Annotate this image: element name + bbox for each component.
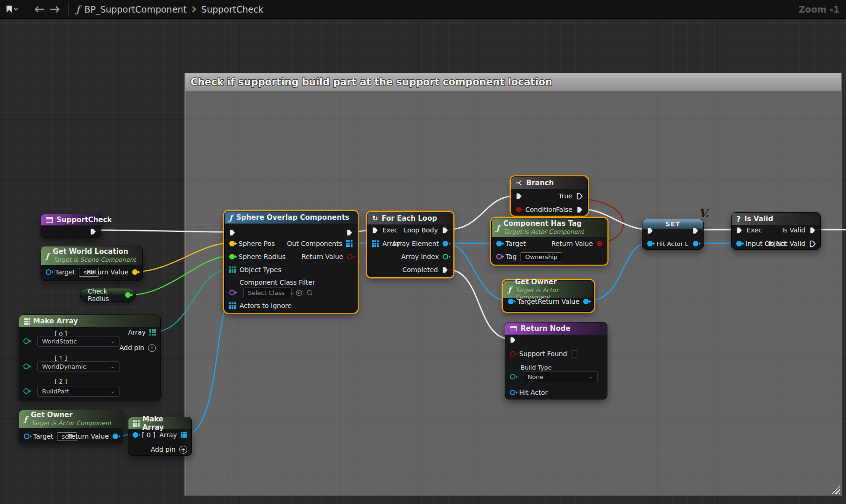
pin-exec-out[interactable] <box>692 224 699 237</box>
target-pin[interactable] <box>46 269 51 275</box>
return-value-pin[interactable] <box>113 434 118 439</box>
element-dropdown[interactable]: WorldStatic⌄ <box>37 336 120 347</box>
element-dropdown[interactable]: WorldDynamic⌄ <box>37 361 120 372</box>
node-title: Component Has Tag <box>503 220 584 228</box>
element-pin[interactable] <box>133 432 138 438</box>
make-array-icon <box>24 318 29 324</box>
tag-pin[interactable] <box>496 254 502 259</box>
select-class-dropdown[interactable]: Select Class⌄ <box>243 287 292 298</box>
node-title: Sphere Overlap Components <box>236 213 349 222</box>
add-pin-button[interactable]: + Add pin <box>151 443 187 456</box>
node-make-array-actors[interactable]: Make Array [ 0 ] Array + Add pin <box>128 417 192 456</box>
blueprint-editor: Check if supporting build part at the su… <box>0 0 846 504</box>
exec-pin-icon[interactable] <box>90 228 97 235</box>
bookmarks-button[interactable] <box>7 6 18 13</box>
node-title: For Each Loop <box>382 214 437 223</box>
pin-exec-out[interactable] <box>90 225 97 238</box>
element-index: [ 2 ] <box>55 378 67 385</box>
is-not-valid-exec-pin[interactable] <box>809 240 816 247</box>
forward-button[interactable] <box>49 6 61 13</box>
array-element-pin[interactable] <box>443 241 448 246</box>
add-pin-icon[interactable]: + <box>179 446 187 454</box>
array-index-pin[interactable] <box>443 254 448 259</box>
element-pin[interactable] <box>23 364 29 369</box>
node-title: Return Node <box>521 324 571 333</box>
element-index: [ 0 ] <box>142 431 155 439</box>
sphere-pos-pin[interactable] <box>229 241 235 246</box>
add-pin-icon[interactable]: + <box>148 344 156 352</box>
build-type-dropdown[interactable]: None⌄ <box>523 371 598 382</box>
target-pin[interactable] <box>496 241 502 246</box>
back-button[interactable] <box>34 6 45 13</box>
node-get-world-location[interactable]: ƒ Get World Location Target is Scene Com… <box>41 246 143 281</box>
value-pin[interactable] <box>125 292 131 298</box>
exec-pin-icon[interactable] <box>736 227 743 234</box>
support-found-pin[interactable] <box>510 351 515 357</box>
set-watermark: V. <box>698 206 709 220</box>
pin-label: Array <box>128 329 146 336</box>
node-get-owner[interactable]: ƒ Get Owner Target is Actor Component Ta… <box>503 280 594 312</box>
wire-completed-returnnode[interactable] <box>447 269 511 339</box>
wire-checkradius-sphereradius[interactable] <box>130 256 229 295</box>
browse-icon[interactable] <box>306 289 313 296</box>
sphere-radius-pin[interactable] <box>229 254 235 259</box>
wire-worldlocation-spherepos[interactable] <box>136 243 229 272</box>
pin-exec-in[interactable] <box>515 189 522 203</box>
out-components-pin[interactable] <box>346 240 352 247</box>
node-branch[interactable]: Branch Condition True False <box>511 176 588 216</box>
target-pin[interactable] <box>508 299 514 304</box>
tunnel-icon <box>510 326 517 331</box>
support-found-checkbox[interactable] <box>571 350 578 357</box>
node-set-hit-actor[interactable]: SET Hit Actor L <box>642 219 704 250</box>
return-value-pin[interactable] <box>132 269 138 275</box>
node-is-valid[interactable]: ? Is Valid Exec Input Object Is Valid Is… <box>731 212 821 250</box>
condition-pin[interactable] <box>516 207 522 212</box>
node-supportcheck[interactable]: SupportCheck <box>41 214 101 238</box>
node-component-has-tag[interactable]: ƒ Component Has Tag Target is Actor Comp… <box>491 218 607 265</box>
node-for-each-loop[interactable]: ↻ For Each Loop Exec Array Loop Body Arr… <box>367 212 453 277</box>
tag-value-input[interactable]: Ownership <box>521 252 562 261</box>
object-types-pin[interactable] <box>229 266 236 273</box>
hit-actor-l-pin[interactable] <box>647 241 653 246</box>
element-pin[interactable] <box>23 338 29 344</box>
node-return[interactable]: Return Node Support Found Build Type Non… <box>505 322 607 399</box>
question-icon: ? <box>736 215 740 224</box>
return-value-pin[interactable] <box>347 254 352 259</box>
return-value-pin[interactable] <box>583 299 589 304</box>
pin-exec-in[interactable] <box>509 333 516 346</box>
is-valid-exec-pin[interactable] <box>809 227 816 234</box>
pin-exec-in[interactable] <box>647 224 654 237</box>
breadcrumb-parent[interactable]: BP_SupportComponent <box>84 4 186 14</box>
wire-makearray-objecttypes[interactable] <box>154 269 229 332</box>
wire-exec-supportcheck-sphereoverlap[interactable] <box>95 230 227 232</box>
node-make-array-objecttypes[interactable]: Make Array [ 0 ] WorldStatic⌄ [ 1 ] Worl… <box>19 315 161 401</box>
target-pin[interactable] <box>24 434 29 439</box>
value-out-pin[interactable] <box>693 241 698 246</box>
element-pin[interactable] <box>23 388 29 394</box>
array-output-pin[interactable] <box>149 329 156 336</box>
exec-pin-icon[interactable] <box>372 227 379 234</box>
hit-actor-pin[interactable] <box>510 390 515 395</box>
array-pin[interactable] <box>372 240 379 247</box>
actors-to-ignore-pin[interactable] <box>229 302 236 309</box>
exec-pin-icon[interactable] <box>442 266 449 273</box>
breadcrumb-current[interactable]: SupportCheck <box>201 4 264 14</box>
node-subtitle: Target is Scene Component <box>53 256 136 263</box>
wire-makearray2-actorstoignore[interactable] <box>185 305 229 434</box>
bookmark-icon <box>7 6 12 13</box>
use-asset-icon[interactable] <box>296 289 303 296</box>
node-sphere-overlap-components[interactable]: ƒ Sphere Overlap Components Sphere Pos S… <box>224 211 358 313</box>
true-exec-pin[interactable] <box>576 193 583 200</box>
return-value-pin[interactable] <box>597 241 602 246</box>
element-dropdown[interactable]: BuildPart⌄ <box>37 386 120 397</box>
array-output-pin[interactable] <box>181 432 187 438</box>
exec-pin-icon[interactable] <box>442 227 449 234</box>
add-pin-button[interactable]: + Add pin <box>120 341 156 354</box>
node-get-owner-self[interactable]: ƒ Get Owner Target is Actor Component Ta… <box>19 410 123 443</box>
node-check-radius[interactable]: Check Radius <box>80 288 136 302</box>
input-object-pin[interactable] <box>736 241 742 246</box>
build-type-pin[interactable] <box>510 374 515 379</box>
arrow-left-icon <box>34 6 45 13</box>
false-exec-pin[interactable] <box>576 206 583 213</box>
class-filter-pin[interactable] <box>229 290 235 295</box>
